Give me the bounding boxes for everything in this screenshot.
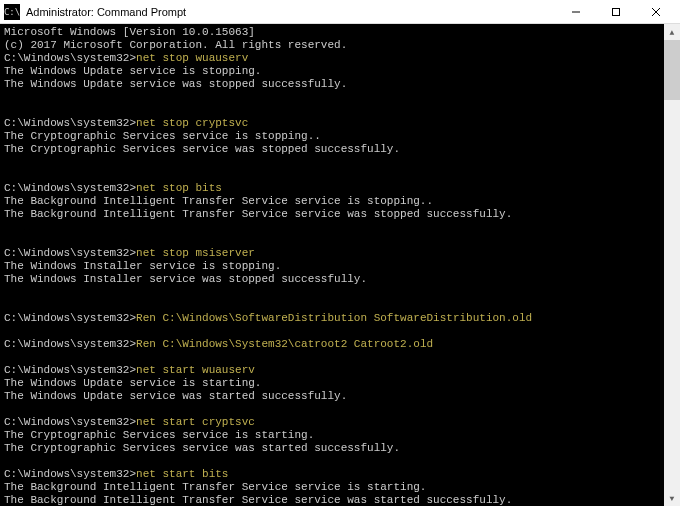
blank-line: [4, 169, 660, 182]
window-controls: [556, 1, 676, 23]
scroll-down-arrow-icon[interactable]: ▼: [664, 490, 680, 506]
maximize-button[interactable]: [596, 1, 636, 23]
blank-line: [4, 351, 660, 364]
titlebar[interactable]: C:\ Administrator: Command Prompt: [0, 0, 680, 24]
terminal-line: The Windows Update service was started s…: [4, 390, 660, 403]
scrollbar[interactable]: ▲ ▼: [664, 24, 680, 506]
blank-line: [4, 91, 660, 104]
scroll-track[interactable]: [664, 40, 680, 490]
svg-rect-1: [613, 8, 620, 15]
terminal-line: The Background Intelligent Transfer Serv…: [4, 208, 660, 221]
blank-line: [4, 286, 660, 299]
terminal-line: C:\Windows\system32>net stop bits: [4, 182, 660, 195]
blank-line: [4, 156, 660, 169]
terminal-line: C:\Windows\system32>Ren C:\Windows\Softw…: [4, 312, 660, 325]
blank-line: [4, 403, 660, 416]
terminal-line: The Windows Installer service was stoppe…: [4, 273, 660, 286]
terminal-line: The Cryptographic Services service is st…: [4, 130, 660, 143]
cmd-icon: C:\: [4, 4, 20, 20]
terminal-line: C:\Windows\system32>net stop wuauserv: [4, 52, 660, 65]
blank-line: [4, 455, 660, 468]
terminal-wrap: Microsoft Windows [Version 10.0.15063](c…: [0, 24, 680, 506]
blank-line: [4, 299, 660, 312]
terminal-line: C:\Windows\system32>Ren C:\Windows\Syste…: [4, 338, 660, 351]
terminal-line: (c) 2017 Microsoft Corporation. All righ…: [4, 39, 660, 52]
terminal-line: The Windows Installer service is stoppin…: [4, 260, 660, 273]
scroll-thumb[interactable]: [664, 40, 680, 100]
terminal-output[interactable]: Microsoft Windows [Version 10.0.15063](c…: [0, 24, 664, 506]
terminal-line: The Windows Update service is starting.: [4, 377, 660, 390]
terminal-line: The Windows Update service is stopping.: [4, 65, 660, 78]
terminal-line: The Windows Update service was stopped s…: [4, 78, 660, 91]
window-title: Administrator: Command Prompt: [26, 6, 556, 18]
blank-line: [4, 104, 660, 117]
terminal-line: The Background Intelligent Transfer Serv…: [4, 195, 660, 208]
close-button[interactable]: [636, 1, 676, 23]
minimize-button[interactable]: [556, 1, 596, 23]
terminal-line: C:\Windows\system32>net start cryptsvc: [4, 416, 660, 429]
terminal-line: The Cryptographic Services service was s…: [4, 442, 660, 455]
blank-line: [4, 325, 660, 338]
terminal-line: Microsoft Windows [Version 10.0.15063]: [4, 26, 660, 39]
terminal-line: The Background Intelligent Transfer Serv…: [4, 494, 660, 506]
scroll-up-arrow-icon[interactable]: ▲: [664, 24, 680, 40]
blank-line: [4, 221, 660, 234]
terminal-line: The Background Intelligent Transfer Serv…: [4, 481, 660, 494]
blank-line: [4, 234, 660, 247]
terminal-line: C:\Windows\system32>net start wuauserv: [4, 364, 660, 377]
terminal-line: The Cryptographic Services service is st…: [4, 429, 660, 442]
terminal-line: C:\Windows\system32>net start bits: [4, 468, 660, 481]
terminal-line: The Cryptographic Services service was s…: [4, 143, 660, 156]
terminal-line: C:\Windows\system32>net stop msiserver: [4, 247, 660, 260]
terminal-line: C:\Windows\system32>net stop cryptsvc: [4, 117, 660, 130]
